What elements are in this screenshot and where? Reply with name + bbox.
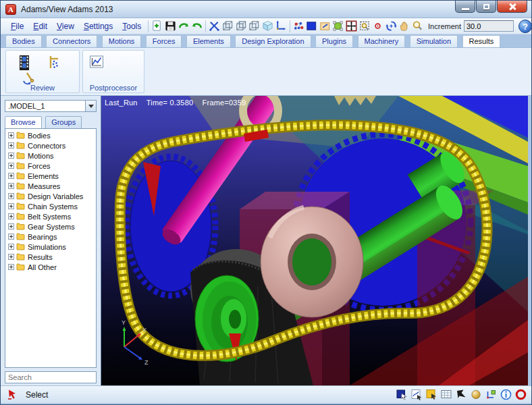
tab-simulation[interactable]: Simulation xyxy=(410,35,458,47)
center-view-button[interactable] xyxy=(371,19,385,33)
menu-settings[interactable]: Settings xyxy=(79,20,117,32)
tab-connectors[interactable]: Connectors xyxy=(46,35,97,47)
expand-icon[interactable] xyxy=(8,132,14,138)
tree-item-connectors[interactable]: Connectors xyxy=(5,140,96,151)
expand-icon[interactable] xyxy=(8,234,14,240)
menu-edit[interactable]: Edit xyxy=(28,20,52,32)
render-mode-button[interactable] xyxy=(396,388,408,401)
tree-item-measures[interactable]: Measures xyxy=(5,181,96,191)
view-cube-front-icon[interactable] xyxy=(221,19,235,33)
model-selector-dropdown-button[interactable] xyxy=(85,101,96,111)
zoom-area-button[interactable] xyxy=(358,19,371,33)
selection-tools-button[interactable] xyxy=(208,19,221,33)
minimize-button[interactable] xyxy=(455,1,475,13)
working-grid-button[interactable] xyxy=(425,388,438,401)
triad-z-label: Z xyxy=(144,359,149,366)
help-button[interactable]: ? xyxy=(518,19,532,34)
fit-window-button[interactable] xyxy=(319,19,332,33)
expand-icon[interactable] xyxy=(8,142,14,148)
model-topology-button[interactable] xyxy=(485,388,498,401)
tab-forces[interactable]: Forces xyxy=(146,35,182,47)
tree-item-all-other[interactable]: All Other xyxy=(5,262,96,272)
new-model-button[interactable] xyxy=(151,19,164,33)
tree-item-label: Gear Systems xyxy=(28,223,75,231)
expand-icon[interactable] xyxy=(8,223,14,230)
stop-button[interactable] xyxy=(514,388,527,401)
shaded-cube-icon[interactable] xyxy=(261,19,274,33)
tree-item-belt-systems[interactable]: Belt Systems xyxy=(5,211,96,221)
tab-plugins[interactable]: Plugins xyxy=(315,35,353,47)
view-cube-back-icon[interactable] xyxy=(234,19,248,33)
menu-file[interactable]: File xyxy=(6,20,28,32)
search-input[interactable] xyxy=(5,371,97,383)
tree-item-label: Chain Systems xyxy=(28,202,78,211)
tab-elements[interactable]: Elements xyxy=(186,35,231,47)
expand-icon[interactable] xyxy=(8,153,14,159)
save-database-button[interactable] xyxy=(164,19,178,33)
3d-viewport[interactable]: Last_Run Time= 0.3580 Frame=0359 xyxy=(101,96,527,385)
tree-item-label: Motions xyxy=(28,152,54,160)
tree-item-elements[interactable]: Elements xyxy=(5,171,96,181)
menu-tools[interactable]: Tools xyxy=(117,20,146,32)
folder-icon xyxy=(16,162,25,169)
rotate-view-button[interactable] xyxy=(384,19,398,33)
redo-button[interactable] xyxy=(177,19,190,33)
expand-icon[interactable] xyxy=(8,163,14,169)
expand-icon[interactable] xyxy=(8,193,14,199)
tree-item-forces[interactable]: Forces xyxy=(5,161,96,171)
mode-label: Select xyxy=(26,390,48,400)
plotting-button[interactable] xyxy=(88,54,105,73)
expand-icon[interactable] xyxy=(8,213,14,219)
expand-icon[interactable] xyxy=(8,173,14,179)
measure-button[interactable] xyxy=(45,54,63,74)
folder-icon xyxy=(16,223,25,230)
tab-motions[interactable]: Motions xyxy=(102,35,142,47)
material-sphere-button[interactable] xyxy=(470,388,483,401)
tab-machinery[interactable]: Machinery xyxy=(358,35,406,47)
translate-view-button[interactable] xyxy=(345,19,358,33)
tree-item-motions[interactable]: Motions xyxy=(5,151,96,161)
info-button[interactable] xyxy=(500,388,512,401)
tree-item-chain-systems[interactable]: Chain Systems xyxy=(5,201,96,211)
menu-view[interactable]: View xyxy=(52,20,79,32)
folder-icon xyxy=(16,142,25,149)
tab-bodies[interactable]: Bodies xyxy=(5,35,42,47)
pan-hand-button[interactable] xyxy=(398,19,411,33)
tree-item-design-variables[interactable]: Design Variables xyxy=(5,191,96,201)
tree-item-simulations[interactable]: Simulations xyxy=(5,242,96,252)
tree-item-label: Forces xyxy=(28,162,51,170)
expand-icon[interactable] xyxy=(8,183,14,189)
tab-groups[interactable]: Groups xyxy=(45,116,82,128)
select-region-button[interactable] xyxy=(331,19,345,33)
tree-item-bodies[interactable]: Bodies xyxy=(5,130,96,140)
color-swatch-button[interactable] xyxy=(305,19,319,33)
window-title: Adams/View Adams 2013 xyxy=(21,5,113,14)
folder-icon xyxy=(16,263,25,271)
table-editor-button[interactable] xyxy=(440,388,453,401)
expand-icon[interactable] xyxy=(8,254,14,260)
tree-item-gear-systems[interactable]: Gear Systems xyxy=(5,221,96,232)
plot-tracking-button[interactable] xyxy=(410,388,423,401)
tab-results[interactable]: Results xyxy=(462,35,501,47)
scene-canvas[interactable]: Y X Z xyxy=(101,96,528,385)
flag-icon[interactable] xyxy=(455,388,468,401)
tree-item-results[interactable]: Results xyxy=(5,252,96,262)
folder-icon xyxy=(16,213,25,220)
undo-button[interactable] xyxy=(190,19,204,33)
view-cube-wire-icon[interactable] xyxy=(248,19,261,33)
maximize-button[interactable] xyxy=(476,1,496,13)
bearing-model[interactable] xyxy=(261,207,363,317)
tree-item-bearings[interactable]: Bearings xyxy=(5,232,96,242)
expand-icon[interactable] xyxy=(8,264,14,270)
view-axes-icon[interactable] xyxy=(274,19,288,33)
model-selector[interactable]: .MODEL_1 xyxy=(5,100,97,112)
tab-browse[interactable]: Browse xyxy=(5,116,42,128)
expand-icon[interactable] xyxy=(8,203,14,209)
expand-icon[interactable] xyxy=(8,244,14,250)
zoom-button[interactable] xyxy=(410,19,424,33)
assembly-molecule-button[interactable] xyxy=(292,19,305,33)
tab-design-exploration[interactable]: Design Exploration xyxy=(235,35,311,47)
close-button[interactable] xyxy=(497,1,527,13)
folder-icon xyxy=(16,132,25,139)
increment-input[interactable] xyxy=(464,20,514,32)
